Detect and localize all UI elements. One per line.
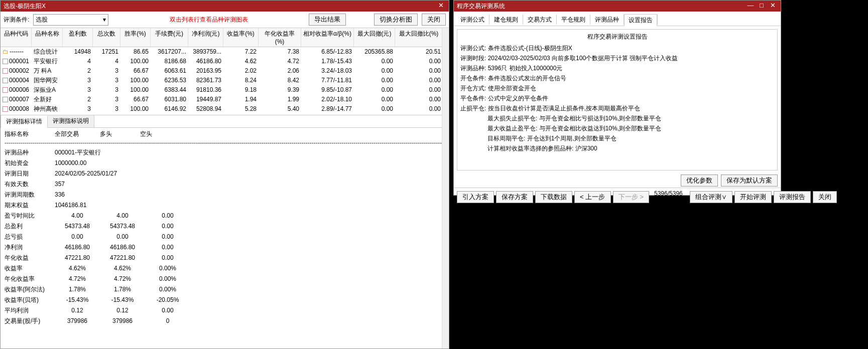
chevron-down-icon: ▾ [103,16,106,23]
box-icon [3,78,8,83]
detail-row: 净利润46186.8046186.800.00 [5,242,445,253]
table-row[interactable]: 000006深振业A33100.006383.4491810.369.189.3… [1,85,449,95]
box-icon [3,87,8,93]
col-win[interactable]: 盈利数 [63,28,93,47]
eval-report-button[interactable]: 评测报告 [774,191,811,203]
close-icon[interactable]: ✕ [436,2,446,10]
col-code[interactable]: 品种代码 [1,28,32,47]
rtab-instr[interactable]: 评测品种 [590,14,624,26]
rtab-close[interactable]: 平仓规则 [557,14,590,26]
rtab-report[interactable]: 设置报告 [624,14,657,26]
detail-row: 初始资金1000000.00 [5,158,445,168]
table-row[interactable]: 000007全新好2366.676031.8019449.871.941.992… [1,95,449,104]
detail-body: 指标名称 全部交易 多头 空头 ------------------------… [1,127,449,338]
save-plan-button[interactable]: 保存方案 [496,191,533,203]
export-button[interactable]: 导出结果 [309,14,346,26]
detail-row: 收益率(贝塔)-15.43%-15.43%-20.05% [5,295,445,305]
next-button: 下一步 > [613,191,650,203]
status-text: 5396/5396 01:24 [654,190,683,204]
minimize-icon[interactable]: — [746,2,756,10]
rtab-trade[interactable]: 交易方式 [523,14,556,26]
col-profit[interactable]: 净利润(元) [188,28,223,47]
report-line: 最大损失止损平仓: 与开仓资金相比亏损达到10%,则全部数量平仓 [487,114,774,123]
table-row[interactable]: 000002万 科A2366.676063.6120163.952.022.06… [1,66,449,76]
save-default-button[interactable]: 保存为默认方案 [721,174,778,187]
report-line: 计算相对收益率选择的参照品种: 沪深300 [487,144,774,153]
col-dd[interactable]: 最大回撤(元) [354,28,395,47]
right-btnrow2: 引入方案 保存方案 下载数据 < 上一步 下一步 > 5396/5396 01:… [454,188,781,206]
report-line: 开仓条件: 条件选股公式发出的开仓信号 [460,74,774,83]
switch-button[interactable]: 切换分析图 [374,14,418,26]
right-titlebar: 程序交易评测系统 — □ ✕ [454,1,781,12]
report-line: 开仓方式: 使用全部资金开仓 [460,84,774,93]
hint-text: 双击列表行查看品种评测图表 [112,16,305,24]
dh-name: 指标名称 [5,130,55,138]
download-button[interactable]: 下载数据 [535,191,572,203]
left-titlebar: 选股-极阴生阳X ✕ [1,1,449,12]
prev-button[interactable]: < 上一步 [574,191,611,203]
rtab-open[interactable]: 建仓规则 [489,14,523,26]
detail-row: 总亏损0.000.000.00 [5,232,445,242]
tab-explain[interactable]: 评测指标说明 [48,115,94,127]
left-title: 选股-极阴生阳X [4,1,46,12]
detail-row: 总盈利54373.4854373.480.00 [5,221,445,232]
table-row[interactable]: 000001平安银行44100.008186.6846186.804.624.7… [1,57,449,66]
col-relative[interactable]: 相对收益率α/β(%) [301,28,354,47]
detail-row: 盈亏时间比4.004.000.00 [5,211,445,221]
col-annual[interactable]: 年化收益率(%) [259,28,301,47]
report-line: 最大收益止盈平仓: 与开仓资金相比收益达到10%,则全部数量平仓 [487,124,774,133]
col-yield[interactable]: 收益率(%) [223,28,259,47]
tab-detail[interactable]: 评测指标详情 [1,116,48,128]
condition-combo[interactable]: 选股 ▾ [33,14,108,26]
combo-eval-button[interactable]: 组合评测∨ [690,191,732,203]
detail-row: 收益率4.62%4.62%0.00% [5,263,445,274]
detail-tabs: 评测指标详情 评测指标说明 [1,115,449,127]
col-name[interactable]: 品种名称 [32,28,63,47]
separator: ----------------------------------------… [5,139,445,146]
detail-row: 交易量(股/手)3799863799860 [5,316,445,326]
col-ddpct[interactable]: 最大回撤比(%) [395,28,443,47]
right-btnrow1: 优化参数 保存为默认方案 [454,173,781,188]
detail-row: 评测日期2024/02/05-2025/01/27 [5,168,445,179]
table-row[interactable]: 000004国华网安33100.006236.5382361.738.248.4… [1,76,449,85]
detail-row: 有效天数357 [5,179,445,190]
box-icon [3,106,8,112]
detail-row: 评测品种000001-平安银行 [5,147,445,158]
right-close-button[interactable]: 关闭 [813,191,837,203]
report-title: 程序交易评测设置报告 [460,33,774,41]
start-eval-button[interactable]: 开始评测 [734,191,772,203]
rtab-formula[interactable]: 评测公式 [456,14,489,26]
report-line: 止损平仓: 按当日收盘价计算是否满足止损条件,按本周期最高价平仓 [460,104,774,113]
detail-row: 平均利润0.120.120.00 [5,305,445,316]
col-rate[interactable]: 胜率(%) [120,28,151,47]
scrollbar[interactable] [442,29,449,348]
report-line: 评测公式: 条件选股公式-(日线)-极阴生阳X [460,44,774,53]
condition-label: 评测条件: [4,16,29,24]
col-total[interactable]: 总次数 [93,28,120,47]
close-icon[interactable]: ✕ [768,2,778,10]
left-toolbar: 评测条件: 选股 ▾ 双击列表行查看品种评测图表 导出结果 切换分析图 关闭 [1,12,449,28]
report-box: 程序交易评测设置报告 评测公式: 条件选股公式-(日线)-极阴生阳X评测时段: … [457,29,778,170]
dh-long: 多头 [100,130,140,138]
grid-header: 品种代码 品种名称 盈利数 总次数 胜率(%) 手续费(元) 净利润(元) 收益… [1,28,449,47]
table-row[interactable]: 🗀-------综合统计149481725186.653617207...389… [1,47,449,57]
condition-value: 选股 [36,16,48,24]
close-button[interactable]: 关闭 [422,14,446,26]
optimize-button[interactable]: 优化参数 [681,174,718,187]
detail-row: 年化收益率4.72%4.72%0.00% [5,274,445,284]
right-tabs: 评测公式 建仓规则 交易方式 平仓规则 评测品种 设置报告 [454,12,781,26]
import-button[interactable]: 引入方案 [457,191,494,203]
maximize-icon[interactable]: □ [757,2,767,10]
left-window: 选股-极阴生阳X ✕ 评测条件: 选股 ▾ 双击列表行查看品种评测图表 导出结果… [0,0,449,349]
box-icon [3,59,8,64]
report-line: 评测品种: 5396只 初始投入1000000元 [460,64,774,73]
detail-row: 年化收益47221.8047221.800.00 [5,253,445,263]
box-icon [3,68,8,74]
report-line: 目标周期平仓: 开仓达到1个周期,则全部数量平仓 [487,134,774,143]
table-row[interactable]: 000008神州高铁33100.006146.9252808.945.285.4… [1,104,449,114]
col-fee[interactable]: 手续费(元) [151,28,188,47]
folder-icon: 🗀 [3,48,9,55]
right-title: 程序交易评测系统 [457,1,505,12]
right-window: 程序交易评测系统 — □ ✕ 评测公式 建仓规则 交易方式 平仓规则 评测品种 … [453,0,781,196]
detail-row: 收益率(阿尔法)1.78%1.78%0.00% [5,284,445,295]
